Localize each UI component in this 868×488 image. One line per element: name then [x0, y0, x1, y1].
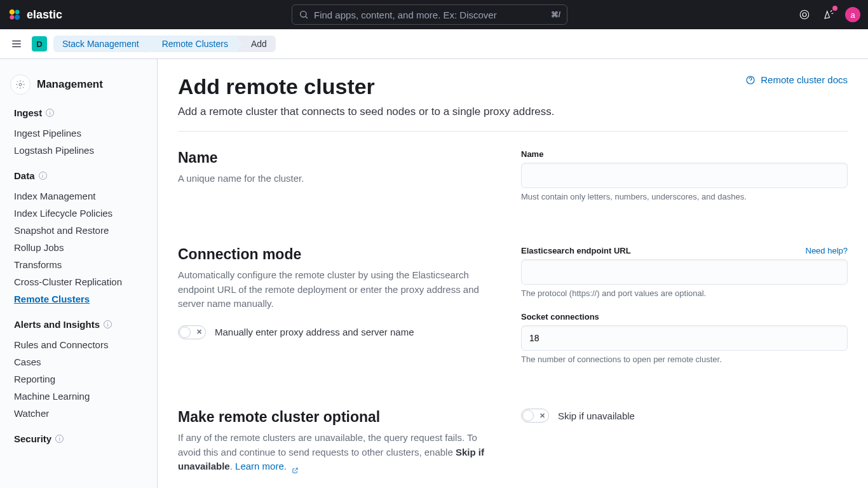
manual-proxy-toggle-label: Manually enter proxy address and server … [215, 327, 414, 337]
sidebar-item[interactable]: Cross-Cluster Replication [14, 273, 147, 290]
toggle-off-icon: ✕ [539, 412, 545, 420]
sidebar-item[interactable]: Index Management [14, 187, 147, 205]
svg-point-3 [15, 15, 20, 20]
section-optional-title: Make remote cluster optional [178, 409, 496, 426]
sidebar-group-title: Alerts and Insightsi [14, 319, 147, 330]
svg-point-4 [301, 11, 306, 17]
section-connection-title: Connection mode [178, 246, 496, 263]
notification-dot [832, 6, 837, 11]
learn-more-link[interactable]: Learn more. [235, 461, 299, 471]
sidebar-title: Management [37, 78, 103, 91]
global-header: elastic Find apps, content, and more. Ex… [0, 0, 868, 29]
logo[interactable]: elastic [8, 8, 62, 22]
endpoint-input[interactable] [521, 259, 848, 285]
svg-point-6 [800, 10, 809, 19]
section-name-desc: A unique name for the cluster. [178, 172, 496, 186]
toggle-off-icon: ✕ [196, 328, 202, 336]
sidebar-item[interactable]: Rollup Jobs [14, 239, 147, 256]
sidebar-item[interactable]: Ingest Pipelines [14, 125, 147, 142]
sidebar-group-title: Ingesti [14, 107, 147, 118]
info-icon: i [104, 320, 112, 329]
svg-line-5 [306, 17, 308, 18]
info-icon: i [39, 172, 47, 180]
brand-text: elastic [27, 8, 62, 22]
svg-line-8 [831, 10, 832, 11]
sidebar-group-title: Securityi [14, 433, 147, 444]
sidebar-item[interactable]: Watcher [14, 405, 147, 422]
sidebar-group-title: Datai [14, 170, 147, 181]
divider [178, 131, 848, 132]
user-avatar[interactable]: a [845, 7, 860, 22]
sidebar-item[interactable]: Logstash Pipelines [14, 142, 147, 159]
need-help-link[interactable]: Need help? [806, 246, 848, 255]
help-button[interactable] [797, 7, 812, 22]
section-name: Name A unique name for the cluster. Name… [178, 149, 848, 215]
svg-point-7 [803, 13, 806, 17]
sidebar-item[interactable]: Index Lifecycle Policies [14, 205, 147, 222]
sidebar: Management IngestiIngest PipelinesLogsta… [0, 59, 158, 488]
socket-help: The number of connections to open per re… [521, 355, 848, 364]
socket-input[interactable] [521, 325, 848, 351]
cheer-icon [823, 9, 834, 20]
section-name-title: Name [178, 149, 496, 166]
sidebar-item[interactable]: Cases [14, 353, 147, 370]
sidebar-item[interactable]: Snapshot and Restore [14, 222, 147, 239]
svg-point-13 [19, 83, 22, 86]
section-connection: Connection mode Automatically configure … [178, 246, 848, 378]
breadcrumb-remote-clusters[interactable]: Remote Clusters [148, 36, 237, 52]
sidebar-header: Management [0, 69, 157, 107]
main-content: Add remote cluster Remote cluster docs A… [158, 59, 868, 488]
sidebar-item[interactable]: Rules and Connectors [14, 336, 147, 353]
name-field-label: Name [521, 149, 848, 159]
docs-link[interactable]: Remote cluster docs [745, 74, 848, 85]
endpoint-help: The protocol (https://) and port values … [521, 288, 848, 298]
search-icon [299, 10, 309, 20]
svg-line-9 [832, 13, 834, 14]
svg-point-15 [750, 81, 751, 82]
info-icon: i [46, 109, 54, 117]
socket-label: Socket connections [521, 312, 848, 322]
help-icon [745, 75, 756, 85]
sub-header: D Stack Management Remote Clusters Add [0, 29, 868, 59]
breadcrumb-stack-management[interactable]: Stack Management [53, 36, 148, 52]
svg-point-0 [10, 10, 15, 15]
sidebar-item[interactable]: Remote Clusters [14, 290, 147, 308]
sidebar-item[interactable]: Transforms [14, 256, 147, 273]
search-placeholder: Find apps, content, and more. Ex: Discov… [314, 10, 546, 20]
section-optional-desc: If any of the remote clusters are unavai… [178, 431, 496, 474]
space-selector[interactable]: D [32, 36, 47, 51]
search-shortcut: ⌘/ [551, 10, 560, 19]
external-link-icon [292, 464, 299, 471]
menu-icon [11, 38, 22, 50]
page-description: Add a remote cluster that connects to se… [178, 105, 848, 118]
endpoint-label: Elasticsearch endpoint URL [521, 246, 631, 255]
section-optional: Make remote cluster optional If any of t… [178, 409, 848, 474]
skip-unavailable-toggle[interactable]: ✕ [521, 409, 549, 423]
svg-point-1 [15, 10, 20, 14]
page-title: Add remote cluster [178, 74, 375, 99]
svg-point-2 [10, 15, 14, 20]
info-icon: i [55, 435, 64, 443]
newsfeed-button[interactable] [821, 7, 836, 22]
elastic-logo-icon [8, 8, 22, 22]
gear-icon [10, 74, 31, 95]
sidebar-item[interactable]: Reporting [14, 370, 147, 388]
breadcrumbs: Stack Management Remote Clusters Add [53, 36, 276, 52]
skip-unavailable-label: Skip if unavailable [558, 410, 635, 421]
manual-proxy-toggle[interactable]: ✕ [178, 325, 206, 339]
sidebar-item[interactable]: Machine Learning [14, 388, 147, 405]
breadcrumb-add: Add [237, 36, 276, 52]
nav-toggle[interactable] [8, 35, 25, 53]
name-field-help: Must contain only letters, numbers, unde… [521, 192, 848, 201]
section-connection-desc: Automatically configure the remote clust… [178, 268, 496, 311]
name-input[interactable] [521, 163, 848, 188]
global-search[interactable]: Find apps, content, and more. Ex: Discov… [292, 4, 567, 25]
lifebuoy-icon [799, 9, 810, 20]
